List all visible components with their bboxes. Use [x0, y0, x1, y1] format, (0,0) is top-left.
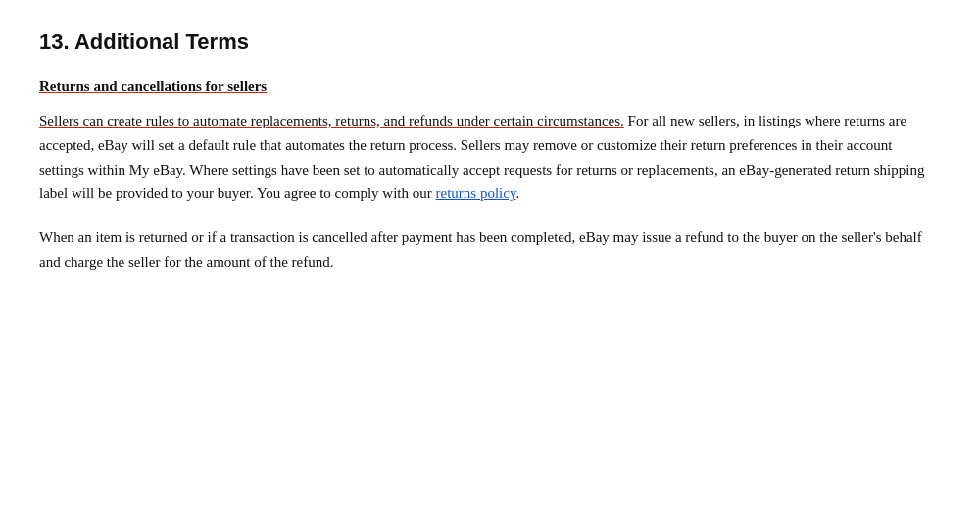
subsection-block: Returns and cancellations for sellers Se… — [39, 78, 941, 275]
subsection-heading-wrapper: Returns and cancellations for sellers — [39, 78, 941, 109]
section-heading: 13. Additional Terms — [39, 29, 941, 55]
paragraph-2: When an item is returned or if a transac… — [39, 226, 941, 275]
paragraph-1: Sellers can create rules to automate rep… — [39, 109, 941, 206]
subsection-heading: Returns and cancellations for sellers — [39, 78, 267, 95]
returns-policy-link[interactable]: returns policy — [436, 185, 516, 201]
first-sentence: Sellers can create rules to automate rep… — [39, 113, 624, 128]
paragraph-1-end: . — [515, 185, 519, 201]
